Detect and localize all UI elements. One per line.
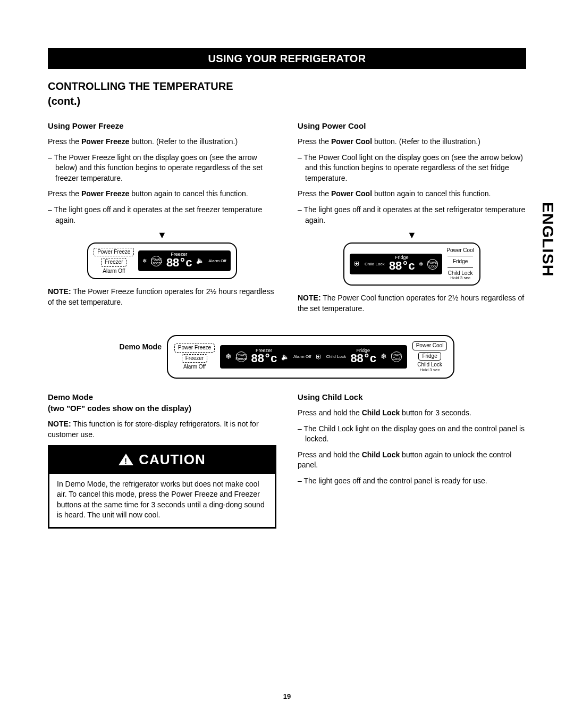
power-freeze-badge: Power Freeze: [151, 256, 162, 266]
arrow-down-icon: ▼: [157, 230, 167, 240]
demo-mode-label: Demo Mode: [120, 342, 162, 351]
text: Demo Mode: [48, 392, 93, 401]
main-heading: CONTROLLING THE TEMPERATURE (cont.): [48, 79, 526, 108]
demo-mode-heading: Demo Mode (two "OF" codes show on the di…: [48, 391, 276, 414]
page: ENGLISH USING YOUR REFRIGERATOR CONTROLL…: [0, 0, 574, 728]
demo-mode-note: NOTE: This function is for store-display…: [48, 419, 276, 440]
columns-freeze-cool: Using Power Freeze Press the Power Freez…: [48, 116, 526, 319]
child-lock-p2: Press and hold the Child Lock button aga…: [298, 450, 526, 471]
col-demo-mode: Demo Mode (two "OF" codes show on the di…: [48, 387, 276, 534]
note-body: The Power Cool function operates for 2½ …: [298, 294, 524, 313]
child-lock-b2: The light goes off and the control panel…: [298, 476, 526, 487]
power-cool-badge: Power Cool: [427, 259, 438, 270]
panel-btn-freezer: Freezer: [101, 258, 126, 267]
freeze-panel-illustration: Power Freeze Freezer Alarm Off Power Fre…: [87, 242, 237, 280]
power-freeze-badge: Power Freeze: [236, 352, 247, 362]
note-label: NOTE:: [48, 287, 71, 296]
demo-panel-display: Power Freeze Freezer 88°c Alarm Off Chil…: [220, 345, 407, 369]
lock-icon: [316, 352, 322, 362]
text: button. (Refer to the illustration.): [129, 137, 238, 146]
panel-btn-fridge: Fridge: [418, 352, 441, 361]
power-freeze-p1: Press the Power Freeze button. (Refer to…: [48, 137, 276, 147]
language-tab: ENGLISH: [537, 202, 559, 277]
freeze-panel-display: Power Freeze Freezer 88°c Alarm Off: [138, 250, 230, 271]
power-cool-p2: Press the Power Cool button again to can…: [298, 189, 526, 199]
text-bold: Power Cool: [331, 189, 372, 198]
demo-panel-wrap: Demo Mode Power Freeze Freezer Alarm Off…: [48, 335, 526, 379]
display-label-alarm-off: Alarm Off: [293, 355, 311, 359]
snowflake-icon: [419, 261, 423, 268]
panel-btn-child-lock-sub: Hold 3 sec: [420, 368, 440, 372]
panel-btn-power-freeze: Power Freeze: [174, 344, 215, 353]
note-body: The Power Freeze function operates for 2…: [48, 287, 274, 306]
section-banner: USING YOUR REFRIGERATOR: [48, 48, 526, 69]
panel-btn-child-lock-sub: Hold 3 sec: [450, 276, 470, 280]
panel-btn-power-cool: Power Cool: [446, 248, 474, 254]
note-label: NOTE:: [298, 294, 321, 302]
child-lock-p1: Press and hold the Child Lock button for…: [298, 408, 526, 419]
panel-btn-freezer: Freezer: [182, 354, 207, 363]
note-label: NOTE:: [48, 420, 71, 428]
text: button for 3 seconds.: [400, 408, 471, 417]
caution-title: CAUTION: [139, 450, 205, 469]
text-bold: Power Cool: [331, 137, 372, 146]
panel-btn-fridge: Fridge: [453, 259, 468, 265]
child-lock-heading: Using Child Lock: [298, 391, 526, 403]
caution-body: In Demo Mode, the refrigerator works but…: [49, 474, 275, 527]
panel-label-alarm-off: Alarm Off: [183, 364, 206, 370]
text: Press the: [298, 189, 331, 198]
text: (two "OF" codes show on the display): [48, 404, 191, 413]
demo-panel-illustration: Power Freeze Freezer Alarm Off Power Fre…: [167, 335, 455, 379]
snowflake-icon: [142, 257, 147, 265]
speaker-icon: [196, 256, 204, 265]
power-cool-badge: Power Cool: [391, 352, 402, 362]
cool-panel-display: Child Lock Fridge 88°c Power Cool: [350, 254, 442, 274]
col-child-lock: Using Child Lock Press and hold the Chil…: [298, 387, 526, 534]
note-body: This function is for store-display refri…: [48, 420, 259, 439]
display-label-child-lock: Child Lock: [326, 355, 346, 359]
seven-segment: 88°c: [389, 261, 415, 273]
text: Press and hold the: [298, 408, 362, 417]
col-power-freeze: Using Power Freeze Press the Power Freez…: [48, 116, 276, 319]
snowflake-icon: [381, 352, 387, 362]
lock-icon: [354, 260, 360, 269]
power-cool-p1: Press the Power Cool button. (Refer to t…: [298, 137, 526, 147]
col-power-cool: Using Power Cool Press the Power Cool bu…: [298, 116, 526, 319]
panel-label-alarm-off: Alarm Off: [103, 269, 125, 274]
seven-segment: 88°c: [251, 353, 277, 365]
caution-box: CAUTION In Demo Mode, the refrigerator w…: [48, 445, 276, 529]
text: Press and hold the: [298, 450, 362, 459]
power-cool-heading: Using Power Cool: [298, 120, 526, 131]
power-freeze-p2: Press the Power Freeze button again to c…: [48, 189, 276, 199]
text: button again to cancel this function.: [129, 189, 248, 198]
display-label-alarm-off: Alarm Off: [208, 259, 226, 263]
seven-segment: 88°c: [166, 257, 192, 270]
cool-panel-illustration: Child Lock Fridge 88°c Power Cool Power …: [343, 242, 480, 286]
warning-triangle-icon: [119, 454, 133, 465]
main-heading-line1: CONTROLLING THE TEMPERATURE: [48, 80, 233, 92]
caution-header: CAUTION: [49, 447, 275, 473]
power-freeze-heading: Using Power Freeze: [48, 120, 276, 131]
speaker-icon: [281, 352, 289, 362]
text-bold: Power Freeze: [81, 189, 129, 198]
text: Press the: [48, 137, 81, 146]
main-heading-line2: (cont.): [48, 95, 80, 107]
text: Press the: [48, 189, 81, 198]
panel-btn-power-cool: Power Cool: [412, 341, 448, 350]
snowflake-icon: [225, 352, 232, 362]
power-cool-b2: The light goes off and it operates at th…: [298, 205, 526, 225]
arrow-down-icon: ▼: [407, 230, 417, 240]
columns-demo-childlock: Demo Mode (two "OF" codes show on the di…: [48, 387, 526, 534]
child-lock-b1: The Child Lock light on the display goes…: [298, 424, 526, 445]
power-freeze-note: NOTE: The Power Freeze function operates…: [48, 287, 276, 307]
display-label-child-lock: Child Lock: [365, 262, 384, 266]
text: Press the: [298, 137, 331, 146]
text: button again to cancel this function.: [372, 189, 491, 198]
text: button. (Refer to the illustration.): [372, 137, 480, 146]
seven-segment: 88°c: [350, 353, 376, 365]
text-bold: Child Lock: [362, 450, 400, 459]
power-freeze-b2: The light goes off and it operates at th…: [48, 205, 276, 225]
power-freeze-b1: The Power Freeze light on the display go…: [48, 153, 276, 184]
power-cool-note: NOTE: The Power Cool function operates f…: [298, 293, 526, 314]
power-cool-b1: The Power Cool light on the display goes…: [298, 153, 526, 184]
